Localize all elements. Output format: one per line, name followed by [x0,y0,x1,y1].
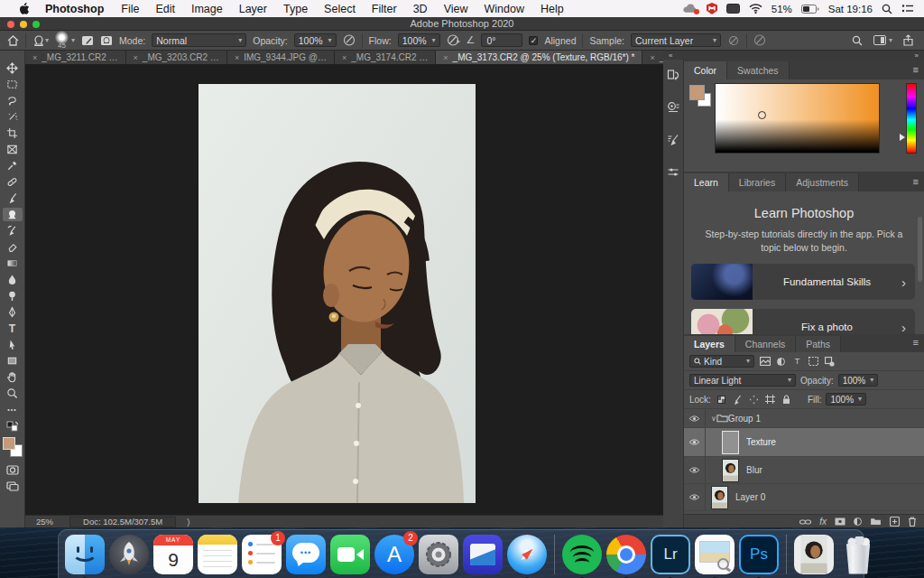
texture-layer-thumbnail[interactable] [722,431,739,454]
screen-mode-icon[interactable] [3,480,23,493]
spotlight-search-icon[interactable] [882,4,892,14]
dock-reminders[interactable]: 1 [242,535,282,574]
tab-channels[interactable]: Channels [735,336,796,352]
dock-image-capture[interactable] [463,535,503,574]
size-pressure-icon[interactable] [753,34,767,46]
gradient-tool[interactable] [3,256,23,270]
menu-bar-clock[interactable]: Sat 19:16 [828,4,873,14]
menu-type[interactable]: Type [275,3,316,15]
dock-appstore[interactable]: A 2 [374,535,414,574]
menu-select[interactable]: Select [316,3,364,15]
learn-card-fundamental-skills[interactable]: Fundamental Skills › [691,264,915,300]
tab-close-icon[interactable]: × [134,53,138,62]
share-icon[interactable] [903,34,913,46]
link-layers-icon[interactable] [799,518,811,526]
swap-colors-icon[interactable] [3,419,23,433]
color-panel-menu-icon[interactable]: ≡ [913,64,919,75]
display-icon[interactable] [726,4,740,14]
lock-position-icon[interactable] [748,394,760,405]
layers-opacity-select[interactable]: 100%▾ [838,374,879,387]
layer-filter-kind-select[interactable]: Kind ▾ [689,355,754,368]
lasso-tool[interactable] [3,94,23,107]
color-panel-swatches[interactable] [689,85,713,108]
dock-minimized-photo-document[interactable] [794,535,834,574]
tab-swatches[interactable]: Swatches [727,61,790,79]
clone-stamp-preset-icon[interactable]: ▾ [32,34,49,46]
zoom-level-field[interactable]: 25% [25,517,62,527]
new-group-icon[interactable] [870,517,882,526]
lock-image-pixels-icon[interactable] [732,394,744,405]
mode-select[interactable]: Normal▾ [152,33,246,47]
workspace-switcher-icon[interactable]: ▾ [873,35,892,45]
color-saturation-field[interactable] [715,83,880,154]
new-layer-icon[interactable] [890,517,900,527]
foreground-background-swatches[interactable] [3,437,23,457]
document-tab-active[interactable]: ×_MG_3173.CR2 @ 25% (Texture, RGB/16*) * [436,51,642,64]
learn-card-fix-a-photo[interactable]: Fix a photo › [691,309,915,334]
tab-paths[interactable]: Paths [796,336,841,352]
color-picker-cursor[interactable] [758,111,766,119]
history-panel-icon[interactable] [664,67,682,83]
dodge-tool[interactable] [3,289,23,303]
dock-lightroom[interactable]: Lr [651,535,690,574]
filter-pixel-layers-icon[interactable] [759,356,771,367]
photo-document[interactable] [199,84,476,503]
learn-panel-menu-icon[interactable]: ≡ [913,176,919,187]
document-tab-1[interactable]: ×_MG_3211.CR2 … [25,51,126,64]
tab-close-icon[interactable]: × [342,53,346,62]
dock-launchpad[interactable] [109,535,149,574]
blur-tool[interactable] [3,273,23,286]
tab-learn[interactable]: Learn [684,173,729,191]
menu-view[interactable]: View [436,3,476,15]
tab-color[interactable]: Color [684,61,727,79]
menu-image[interactable]: Image [183,3,231,15]
visibility-eye-icon[interactable] [684,428,706,456]
tab-layers[interactable]: Layers [684,336,735,352]
tab-close-icon[interactable]: × [32,53,37,62]
filter-adjustment-layers-icon[interactable] [775,356,787,367]
clone-stamp-tool[interactable] [3,208,23,221]
learn-scrollbar[interactable] [918,217,922,282]
search-icon[interactable] [852,35,863,46]
dock-photoshop[interactable]: Ps [739,535,779,574]
cloud-sync-icon[interactable] [682,4,698,14]
canvas-area[interactable] [25,64,663,515]
dock-calendar[interactable]: MAY 9 [153,535,193,574]
dock-notes[interactable] [198,535,237,574]
visibility-eye-icon[interactable] [684,409,706,427]
menu-photoshop[interactable]: Photoshop [36,3,113,15]
layer-row-layer0[interactable]: Layer 0 [684,484,924,511]
foreground-color-swatch[interactable] [3,437,15,450]
menu-3d[interactable]: 3D [405,3,436,15]
apple-menu-icon[interactable] [13,3,36,15]
spot-healing-brush-tool[interactable] [3,175,23,189]
crop-tool[interactable] [3,126,23,140]
doc-size-indicator[interactable]: Doc: 102.5M/307.5M [69,517,176,527]
opacity-select[interactable]: 100%▾ [294,33,337,47]
opacity-pressure-icon[interactable] [343,34,356,46]
layer-row-group1[interactable]: ∨ Group 1 [684,409,924,428]
dock-system-preferences[interactable] [419,535,458,574]
filter-smart-objects-icon[interactable] [824,356,836,367]
delete-layer-icon[interactable] [908,517,917,527]
pen-tool[interactable] [3,305,23,319]
menu-help[interactable]: Help [532,3,572,15]
tab-close-icon[interactable]: × [235,53,239,62]
hue-slider[interactable] [906,83,917,154]
aligned-checkbox[interactable]: ✓ [529,36,538,45]
menu-layer[interactable]: Layer [231,3,275,15]
mcafee-shield-icon[interactable] [707,3,717,14]
layer-row-blur[interactable]: Blur [684,457,924,484]
brush-settings-panel-icon[interactable] [664,164,682,181]
brush-tool[interactable] [3,191,23,205]
dock-trash[interactable] [838,535,878,574]
menu-window[interactable]: Window [476,3,532,15]
move-tool[interactable] [3,61,23,75]
menu-edit[interactable]: Edit [147,3,183,15]
document-tab-3[interactable]: ×IMG_9344.JPG @… [227,51,335,64]
add-layer-mask-icon[interactable] [835,517,845,526]
tab-close-icon[interactable]: × [650,53,654,62]
layer-row-texture[interactable]: Texture [684,428,924,457]
fill-select[interactable]: 100%▾ [826,393,866,406]
zoom-tool[interactable] [3,387,23,400]
